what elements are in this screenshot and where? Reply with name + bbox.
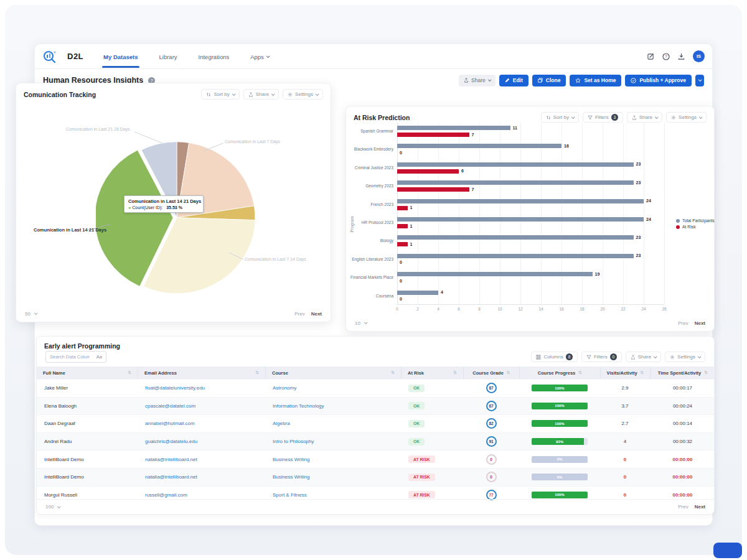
sort-icon[interactable]: ⇅ (255, 370, 259, 375)
cell-course-link[interactable]: Information Technology (265, 403, 401, 409)
chat-button[interactable] (713, 543, 742, 558)
settings-button[interactable]: Settings (665, 352, 705, 362)
bar-value-label: 1 (410, 241, 413, 247)
bar-total-participants[interactable] (397, 144, 561, 148)
share-button[interactable]: Share (459, 75, 496, 86)
bar-at-risk[interactable] (397, 187, 469, 192)
cell-email-link[interactable]: float@datateluniversity.edu (138, 385, 265, 391)
filters-button[interactable]: Filters3 (583, 112, 623, 123)
cell-time-spent: 00:00:14 (650, 421, 715, 426)
set-as-home-button[interactable]: Set as Home (570, 75, 621, 86)
sort-icon[interactable]: ⇅ (704, 370, 708, 375)
sort-icon[interactable]: ⇅ (391, 370, 395, 375)
bar-at-risk[interactable] (397, 206, 408, 210)
prev-button[interactable]: Prev (294, 311, 304, 317)
sort-by-button[interactable]: Sort by (201, 89, 239, 100)
tab-integrations[interactable]: Integrations (197, 45, 231, 68)
column-header[interactable]: Course Grade⇅ (463, 366, 519, 379)
bar-total-participants[interactable] (397, 254, 634, 258)
bar-value-label: 19 (595, 271, 600, 277)
cell-course-link[interactable]: Intro to Philosophy (265, 439, 401, 444)
publish-approve-button[interactable]: Publish + Approve (625, 75, 692, 86)
x-tick-label: 16 (556, 307, 567, 311)
prev-button[interactable]: Prev (678, 504, 688, 510)
column-header[interactable]: Visits/Activity⇅ (600, 366, 650, 379)
bar-at-risk[interactable] (397, 224, 408, 228)
publish-dropdown-button[interactable] (695, 75, 704, 86)
bar-value-label: 24 (646, 217, 651, 222)
tab-my-datasets[interactable]: My Datasets (102, 45, 139, 68)
settings-button[interactable]: Settings (283, 89, 323, 100)
column-header[interactable]: Course⇅ (265, 366, 401, 379)
column-header[interactable]: Email Address⇅ (138, 366, 265, 379)
cell-course-progress: 93% (519, 438, 600, 445)
share-button[interactable]: Share (626, 352, 661, 362)
compose-icon[interactable] (647, 53, 654, 60)
progress-bar: 100% (532, 403, 588, 409)
search-box[interactable]: Aa (45, 351, 106, 363)
share-button[interactable]: Share (243, 89, 279, 100)
cell-course-progress: 100% (519, 385, 600, 391)
tab-apps[interactable]: Apps (249, 45, 270, 68)
cell-course-link[interactable]: Business Writing (265, 474, 401, 480)
next-button[interactable]: Next (695, 320, 705, 326)
cell-email-link[interactable]: russell@gmail.com (138, 492, 265, 498)
search-input[interactable] (50, 354, 90, 360)
grid-line (500, 123, 500, 304)
cell-course-link[interactable]: Sport & Fitness (265, 492, 401, 498)
cell-email-link[interactable]: natalia@intelliboard.net (138, 457, 265, 462)
bar-at-risk[interactable] (397, 169, 459, 174)
prev-button[interactable]: Prev (678, 320, 688, 326)
page-size-select[interactable]: 50 (25, 311, 37, 317)
filters-button[interactable]: Filters0 (581, 352, 622, 362)
grid-line (644, 123, 644, 304)
cell-course-progress: 100% (519, 420, 600, 427)
at-risk-pill: OK (408, 420, 425, 427)
column-header[interactable]: Full Name⇅ (37, 366, 138, 379)
next-button[interactable]: Next (311, 311, 322, 317)
bar-total-participants[interactable] (397, 126, 510, 130)
cell-course-link[interactable]: Business Writing (265, 457, 401, 462)
bar-total-participants[interactable] (397, 199, 644, 203)
bar-total-participants[interactable] (397, 291, 438, 295)
cell-email-link[interactable]: cpascale@datatel.com (138, 403, 265, 409)
bar-at-risk[interactable] (397, 242, 408, 246)
sort-icon[interactable]: ⇅ (641, 370, 644, 375)
bar-category-label: Financial Markets Place (346, 275, 393, 280)
cell-email-link[interactable]: gualchris@datatelu.edu (138, 439, 265, 444)
sort-icon[interactable]: ⇅ (578, 370, 582, 375)
bar-category-label: Coursena (346, 294, 393, 299)
help-icon[interactable]: ? (662, 53, 670, 60)
page-size-select[interactable]: 10 (355, 320, 367, 326)
match-case-toggle[interactable]: Aa (96, 354, 102, 360)
bar-total-participants[interactable] (397, 235, 634, 240)
cell-course-link[interactable]: Astronomy (265, 385, 401, 391)
column-header[interactable]: Course Progress⇅ (519, 366, 600, 379)
bar-at-risk[interactable] (397, 133, 469, 137)
avatar[interactable]: IS (693, 50, 705, 62)
tab-library[interactable]: Library (158, 45, 179, 68)
column-header[interactable]: At Risk⇅ (401, 366, 463, 379)
bar-total-participants[interactable] (397, 180, 634, 185)
columns-button[interactable]: Columns8 (531, 352, 578, 362)
cell-email-link[interactable]: natalia@intelliboard.net (138, 474, 265, 480)
grade-ring: 87 (486, 383, 497, 393)
cell-email-link[interactable]: annabel@hotmail.com (138, 421, 265, 426)
cell-course-link[interactable]: Algebra (265, 421, 401, 426)
next-button[interactable]: Next (695, 504, 705, 510)
sort-icon[interactable]: ⇅ (453, 370, 457, 375)
share-button[interactable]: Share (627, 112, 662, 123)
column-header[interactable]: Time Spent/Activity⇅ (650, 366, 715, 379)
progress-bar: 0% (532, 456, 588, 463)
sort-icon[interactable]: ⇅ (128, 370, 131, 375)
edit-button[interactable]: Edit (499, 75, 529, 86)
sort-by-button[interactable]: Sort by (541, 112, 579, 123)
download-icon[interactable] (678, 53, 685, 60)
clone-button[interactable]: Clone (532, 75, 566, 86)
sort-icon[interactable]: ⇅ (507, 370, 510, 375)
settings-button[interactable]: Settings (666, 112, 707, 123)
bar-total-participants[interactable] (397, 272, 593, 276)
page-size-select[interactable]: 100 (45, 504, 60, 510)
bar-total-participants[interactable] (397, 162, 634, 167)
bar-total-participants[interactable] (397, 217, 644, 222)
